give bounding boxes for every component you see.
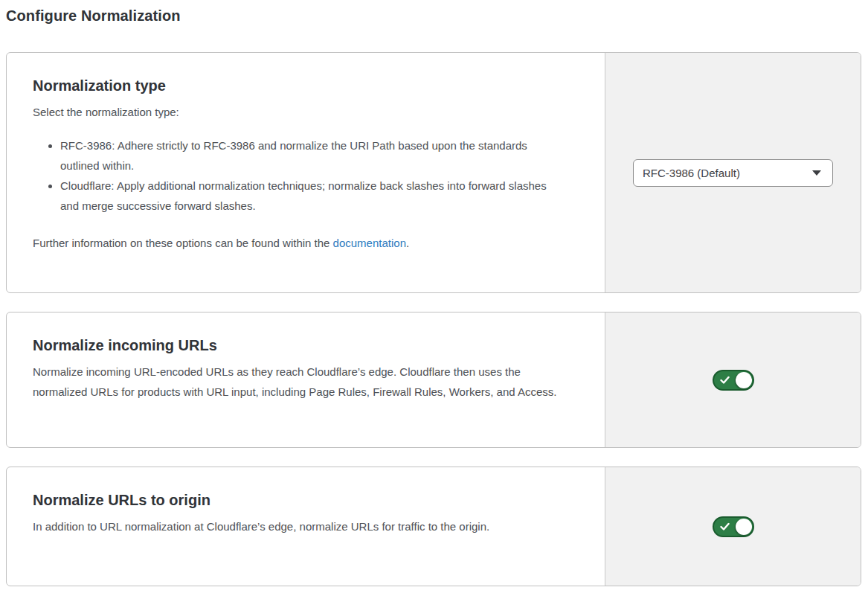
check-icon <box>720 376 730 384</box>
normalize-incoming-urls-control-panel <box>605 312 861 447</box>
normalize-incoming-urls-toggle[interactable] <box>713 370 754 391</box>
check-icon <box>720 522 730 531</box>
normalization-type-footer: Further information on these options can… <box>33 233 582 253</box>
normalize-incoming-urls-title: Normalize incoming URLs <box>33 337 582 354</box>
toggle-knob <box>736 372 752 388</box>
documentation-link[interactable]: documentation <box>333 237 406 249</box>
normalization-type-content: Normalization type Select the normalizat… <box>7 53 605 292</box>
footer-text-prefix: Further information on these options can… <box>33 237 333 249</box>
normalize-urls-to-origin-title: Normalize URLs to origin <box>33 492 582 509</box>
normalization-type-card: Normalization type Select the normalizat… <box>6 52 861 293</box>
normalization-type-control-panel: RFC-3986 (Default) <box>605 53 861 292</box>
normalization-type-intro: Select the normalization type: <box>33 102 582 122</box>
dropdown-selected-value: RFC-3986 (Default) <box>643 167 740 179</box>
normalize-urls-to-origin-control-panel <box>605 467 861 586</box>
normalize-urls-to-origin-toggle[interactable] <box>713 516 754 537</box>
normalize-incoming-urls-content: Normalize incoming URLs Normalize incomi… <box>7 312 605 447</box>
normalization-type-dropdown[interactable]: RFC-3986 (Default) <box>633 159 833 187</box>
footer-text-suffix: . <box>406 237 409 249</box>
normalize-incoming-urls-description: Normalize incoming URL-encoded URLs as t… <box>33 362 571 402</box>
chevron-down-icon <box>812 170 821 176</box>
normalize-urls-to-origin-card: Normalize URLs to origin In addition to … <box>6 467 861 586</box>
normalize-urls-to-origin-content: Normalize URLs to origin In addition to … <box>7 467 605 586</box>
normalize-incoming-urls-card: Normalize incoming URLs Normalize incomi… <box>6 312 861 448</box>
normalization-type-title: Normalization type <box>33 77 582 94</box>
normalization-type-options-list: RFC-3986: Adhere strictly to RFC-3986 an… <box>33 135 582 216</box>
page-title: Configure Normalization <box>6 7 861 25</box>
toggle-knob <box>736 519 752 535</box>
list-item-cloudflare: Cloudflare: Apply additional normalizati… <box>60 176 551 216</box>
normalize-urls-to-origin-description: In addition to URL normalization at Clou… <box>33 516 553 536</box>
list-item-rfc3986: RFC-3986: Adhere strictly to RFC-3986 an… <box>60 135 551 176</box>
